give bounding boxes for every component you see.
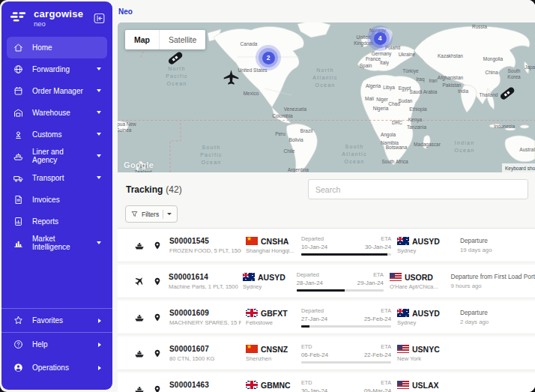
- map-button[interactable]: Map: [125, 30, 160, 49]
- invoice-icon: [13, 194, 24, 205]
- sidebar-item-warehouse[interactable]: Warehouse: [7, 102, 107, 124]
- map-plane-marker[interactable]: [223, 69, 241, 87]
- help-icon: [13, 339, 24, 350]
- eta-label: ETA: [357, 271, 384, 278]
- ship-icon: [134, 240, 145, 250]
- sidebar-footer: Favorites Help Operations: [1, 308, 112, 390]
- sidebar-collapse-icon[interactable]: [93, 12, 106, 25]
- shipment-id: S00001614: [169, 273, 238, 281]
- transit-status: ETD30-Jan-24 ETA09-Mar-24: [301, 379, 391, 392]
- cargowise-logo-icon: [10, 10, 28, 25]
- eta-label: ETA: [364, 379, 391, 386]
- origin-code: GBMNC: [261, 381, 291, 390]
- location-pin-icon[interactable]: [153, 349, 163, 358]
- filters-label: Filters: [142, 211, 159, 218]
- plane-icon: [134, 276, 145, 286]
- chevron-down-icon: [97, 133, 101, 136]
- stamp-icon: [13, 129, 24, 140]
- sidebar-item-order-manager[interactable]: Order Manager: [7, 80, 107, 102]
- shipment-id: S00001609: [169, 309, 241, 317]
- origin-port: GBMNCManchester: [246, 381, 298, 392]
- satellite-button[interactable]: Satellite: [160, 30, 205, 49]
- google-logo: Google: [124, 160, 154, 169]
- sidebar: cargowise neo Home Forwarding Order Mana…: [1, 1, 112, 390]
- destination-city: Sydney: [397, 247, 454, 254]
- chevron-down-icon: [97, 176, 101, 179]
- shipment-info: S00001609MACHINERY SPARES, 15 PL...: [169, 309, 241, 326]
- milestone: [460, 352, 535, 355]
- location-pin-icon[interactable]: [153, 385, 163, 392]
- sidebar-item-home[interactable]: Home: [7, 37, 107, 58]
- ship-icon: [13, 151, 24, 162]
- eta-date: 30-Jan-24: [365, 244, 391, 250]
- origin-flag-icon: [246, 345, 258, 353]
- keyboard-shortcuts-button[interactable]: Keyboard shortcuts: [502, 163, 535, 172]
- map-cluster-marker[interactable]: 4: [367, 25, 393, 51]
- sidebar-item-market-intelligence[interactable]: Market Intelligence: [7, 232, 107, 254]
- progress-bar: [301, 253, 391, 256]
- origin-code: AUSYD: [258, 273, 285, 282]
- divider: [163, 210, 163, 219]
- destination-port: AUSYDSydney: [397, 237, 454, 254]
- origin-flag-icon: [243, 273, 255, 281]
- milestone-title: Departure: [460, 237, 535, 244]
- sidebar-item-forwarding[interactable]: Forwarding: [7, 58, 107, 80]
- sidebar-item-transport[interactable]: Transport: [7, 167, 107, 189]
- sidebar-item-favorites[interactable]: Favorites: [7, 309, 107, 332]
- sidebar-item-label: Market Intelligence: [32, 235, 88, 251]
- origin-port: CNSNZShenzhen: [246, 345, 298, 362]
- sidebar-item-help[interactable]: Help: [7, 333, 107, 356]
- map-cluster-marker[interactable]: 2: [256, 45, 281, 70]
- sidebar-item-label: Customs: [32, 130, 61, 139]
- origin-city: Felixstowe: [246, 319, 298, 326]
- origin-port: GBFXTFelixstowe: [246, 309, 298, 326]
- progress-bar: [301, 325, 391, 328]
- chevron-right-icon: [98, 366, 101, 370]
- sidebar-item-invoices[interactable]: Invoices: [7, 189, 107, 211]
- shipment-row[interactable]: S00001614Machine Parts, 1 PLT, 1500 ... …: [118, 265, 535, 298]
- transit-status: Departed27-Jan-24 ETA25-Feb-24: [301, 307, 391, 328]
- eta-label: ETA: [365, 235, 391, 242]
- topbar: Neo: [114, 0, 535, 22]
- report-icon: [13, 216, 24, 227]
- location-pin-icon[interactable]: [153, 277, 163, 286]
- transport-mode-icon: [134, 240, 145, 250]
- brand-sub: neo: [34, 20, 83, 28]
- destination-flag-icon: [390, 273, 402, 281]
- sidebar-item-liner-and-agency[interactable]: Liner and Agency: [7, 145, 107, 167]
- sidebar-item-operations[interactable]: Operations: [7, 356, 107, 379]
- destination-port: USNYCNew York: [397, 345, 454, 362]
- world-map[interactable]: North Pacific OceanNorth Atlantic OceanS…: [118, 22, 535, 172]
- sidebar-item-label: Favorites: [32, 316, 63, 325]
- sidebar-nav: Home Forwarding Order Manager Warehouse …: [1, 34, 112, 254]
- origin-port: CNSHAShanghai Hongqi...: [246, 237, 298, 254]
- sidebar-header: cargowise neo: [1, 1, 112, 34]
- shipment-row[interactable]: S0000160780 CTN, 1500 KG CNSNZShenzhen E…: [118, 337, 535, 370]
- eta-date: 29-Jan-24: [357, 280, 384, 286]
- sidebar-item-label: Help: [32, 340, 48, 349]
- search-input[interactable]: [308, 179, 528, 199]
- origin-city: Shanghai Hongqi...: [246, 247, 298, 254]
- location-pin-icon[interactable]: [153, 313, 163, 322]
- filters-button[interactable]: Filters: [125, 205, 178, 223]
- shipment-row[interactable]: S00001609MACHINERY SPARES, 15 PL... GBFX…: [118, 301, 535, 334]
- shipment-row[interactable]: S00001463Machinery Parts, 61 PKG, 6... G…: [118, 373, 535, 392]
- shipment-info: S00001545FROZEN FOOD, 5 PLT, 1500...: [169, 237, 241, 254]
- transport-mode-icon: [134, 384, 145, 392]
- sidebar-item-customs[interactable]: Customs: [7, 124, 107, 145]
- filters-row: Filters: [114, 199, 535, 228]
- shipment-desc: MACHINERY SPARES, 15 PL...: [169, 319, 241, 326]
- etd-label: ETD: [301, 379, 327, 386]
- sidebar-item-label: Reports: [32, 217, 58, 226]
- destination-flag-icon: [397, 381, 409, 389]
- location-pin-icon[interactable]: [153, 241, 163, 250]
- sidebar-item-reports[interactable]: Reports: [7, 211, 107, 232]
- sidebar-item-label: Operations: [32, 364, 69, 372]
- breadcrumb[interactable]: Neo: [118, 7, 133, 16]
- progress-fill: [301, 325, 309, 328]
- shipment-desc: Machine Parts, 1 PLT, 1500 ...: [169, 283, 238, 290]
- shipment-row[interactable]: S00001545FROZEN FOOD, 5 PLT, 1500... CNS…: [118, 229, 535, 262]
- sidebar-item-label: Liner and Agency: [32, 148, 88, 164]
- progress-fill: [301, 253, 387, 256]
- tracking-header: Tracking(42): [114, 172, 535, 199]
